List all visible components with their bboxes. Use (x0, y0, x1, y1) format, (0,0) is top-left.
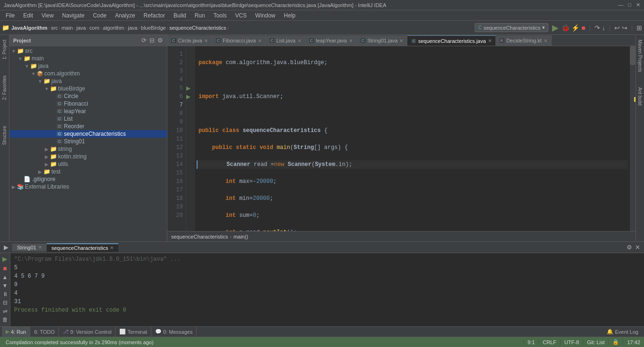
tree-item-java-pkg[interactable]: ▼ 📁 java (9, 77, 167, 85)
breadcrumb-java[interactable]: java (76, 25, 86, 31)
tree-item-main[interactable]: ▼ 📁 main (9, 55, 167, 62)
grid-layout-button[interactable]: ⊞ (636, 24, 642, 32)
tab-string01-close[interactable]: ✕ (399, 38, 403, 43)
menu-item-tools[interactable]: Tools (210, 11, 231, 20)
tree-item-com-algorithm[interactable]: ▼ 📦 com.algorithm (9, 70, 167, 77)
terminal-tool-btn[interactable]: ⬜ Terminal (116, 327, 151, 337)
menu-item-edit[interactable]: Edit (19, 11, 37, 20)
run-tab-seq-char[interactable]: sequenceCharacteristics ✕ (47, 243, 118, 252)
todo-tool-btn[interactable]: 6: TODO (30, 327, 59, 337)
step-over-button[interactable]: ↷ (594, 24, 600, 32)
sidebar-tab-structure-label[interactable]: Structure (1, 123, 8, 148)
gutter-6[interactable]: ▶ (186, 92, 194, 101)
tab-leapyear[interactable]: C leapYear.java ✕ (305, 35, 357, 46)
messages-tool-btn[interactable]: 💬 0: Messages (151, 327, 197, 337)
tree-item-utils[interactable]: ▶ 📁 utils (9, 160, 167, 168)
tab-seq-close[interactable]: ✕ (488, 38, 492, 43)
vcs-tool-btn[interactable]: ⎇ 9: Version Control (59, 327, 116, 337)
tree-item-src[interactable]: ▼ 📁 src (9, 47, 167, 55)
code-content[interactable]: package com.algorithm.java.blueBirdge; i… (195, 46, 630, 231)
run-up-btn[interactable]: ▲ (2, 274, 8, 281)
tab-leapyear-close[interactable]: ✕ (349, 38, 353, 43)
run-config-dropdown[interactable]: C sequenceCharacteristics ▾ (475, 23, 548, 32)
breadcrumb-seq[interactable]: sequenceCharacteristics (169, 25, 226, 31)
run-play-btn[interactable]: ▶ (2, 255, 8, 263)
breadcrumb-com[interactable]: com (90, 25, 99, 31)
tree-item-fibonacci[interactable]: ▶ C Fibonacci (9, 100, 167, 107)
scrollbar-thumb[interactable] (630, 46, 636, 65)
tab-seq-char[interactable]: C sequenceCharacteristics.java ✕ (407, 35, 495, 46)
maximize-button[interactable]: □ (628, 2, 631, 8)
run-stop-btn[interactable]: ■ (3, 264, 7, 272)
menu-item-navigate[interactable]: Navigate (58, 11, 88, 20)
tree-item-list[interactable]: ▶ C List (9, 115, 167, 123)
tab-fibonacci[interactable]: C Fibonacci.java ✕ (212, 35, 266, 46)
sidebar-tab-favorites-label[interactable]: 2: Favorites (1, 73, 8, 103)
minimize-button[interactable]: — (618, 2, 623, 8)
tab-circle[interactable]: C Circle.java ✕ (167, 35, 212, 46)
settings-icon[interactable]: ⚙ (157, 37, 163, 44)
run-pause-btn[interactable]: ⏸ (2, 291, 8, 297)
sidebar-tab-project-label[interactable]: 1: Project (1, 37, 8, 62)
menu-item-run[interactable]: Run (191, 11, 209, 20)
run-wrap-btn[interactable]: ⇌ (3, 308, 8, 314)
run-button[interactable]: ▶ (552, 23, 559, 33)
status-crlf[interactable]: CRLF (538, 339, 560, 345)
menu-item-vcs[interactable]: VCS (231, 11, 251, 20)
menu-item-file[interactable]: File (2, 11, 18, 20)
menu-item-refactor[interactable]: Refactor (140, 11, 169, 20)
tab-decidestring[interactable]: K DecideString.kt ✕ (496, 35, 552, 46)
ant-build-label[interactable]: Ant build (636, 84, 644, 108)
collapse-all-icon[interactable]: ⊟ (149, 37, 155, 44)
breadcrumb-java2[interactable]: java (128, 25, 137, 31)
breadcrumb-JavaAlgorithm[interactable]: JavaAlgorithm (11, 25, 47, 31)
breadcrumb-bluebirdge[interactable]: blueBirdge (141, 25, 166, 31)
run-console[interactable]: "C:\Program Files\Java\jdk1.8.0_151\bin\… (10, 253, 644, 326)
menu-item-code[interactable]: Code (89, 11, 110, 20)
tree-item-string-folder[interactable]: ▶ 📁 string (9, 145, 167, 153)
tab-circle-close[interactable]: ✕ (204, 38, 208, 43)
run-down-btn[interactable]: ▼ (2, 282, 8, 289)
breadcrumb-src[interactable]: src (51, 25, 58, 31)
status-position[interactable]: 9:1 (523, 339, 538, 345)
redo-button[interactable]: ↪ (622, 24, 627, 32)
tab-list[interactable]: C List.java ✕ (266, 35, 305, 46)
tree-item-java-dir[interactable]: ▼ 📁 java (9, 62, 167, 70)
breadcrumb-main[interactable]: main (61, 25, 73, 31)
run-clear-btn[interactable]: 🗑 (2, 316, 8, 323)
tree-item-test[interactable]: ▶ 📁 test (9, 168, 167, 175)
tree-item-bluebirdge[interactable]: ▼ 📁 blueBirdge (9, 85, 167, 92)
maven-label[interactable]: Maven Projects (636, 37, 644, 75)
tab-string01[interactable]: C String01.java ✕ (357, 35, 408, 46)
sync-icon[interactable]: ⟳ (141, 37, 147, 44)
tree-item-gitignore[interactable]: ▶ 📄 .gitignore (9, 175, 167, 183)
run-tab-string01-close[interactable]: ✕ (38, 245, 42, 250)
menu-item-build[interactable]: Build (170, 11, 190, 20)
menu-item-help[interactable]: Help (280, 11, 299, 20)
close-panel-icon[interactable]: ✕ (635, 244, 640, 251)
gutter-5[interactable]: ▶ (186, 84, 194, 92)
tab-decidestring-close[interactable]: ✕ (544, 38, 547, 43)
menu-item-analyze[interactable]: Analyze (111, 11, 139, 20)
step-into-button[interactable]: ↓ (602, 24, 605, 32)
tab-fibonacci-close[interactable]: ✕ (258, 38, 262, 43)
menu-item-view[interactable]: View (38, 11, 58, 20)
editor-scrollbar[interactable] (630, 46, 636, 231)
status-encoding[interactable]: UTF-8 (560, 339, 583, 345)
close-button[interactable]: ✕ (636, 2, 640, 8)
stop-button[interactable]: ■ (581, 24, 585, 32)
tab-list-close[interactable]: ✕ (297, 38, 301, 43)
menu-item-window[interactable]: Window (251, 11, 279, 20)
tree-item-string01[interactable]: ▶ C String01 (9, 138, 167, 145)
event-log-btn[interactable]: 🔔 Event Log (603, 327, 642, 337)
tree-item-reorder[interactable]: ▶ C Reorder (9, 123, 167, 130)
run-tab-string01[interactable]: String01 ✕ (12, 244, 47, 251)
tree-item-ext-libs[interactable]: ▶ 📚 External Libraries (9, 183, 167, 190)
settings-icon-bottom[interactable]: ⚙ (627, 244, 632, 251)
tree-item-kotlin-string[interactable]: ▶ 📁 kotlin.string (9, 153, 167, 160)
run-filter-btn[interactable]: ⊟ (3, 299, 8, 306)
run-tab-seq-close[interactable]: ✕ (110, 245, 114, 250)
tree-item-leapyear[interactable]: ▶ C leapYear (9, 107, 167, 115)
coverage-button[interactable]: ⚡ (571, 24, 579, 32)
run-tool-btn[interactable]: ▶ 4: Run (2, 327, 30, 337)
